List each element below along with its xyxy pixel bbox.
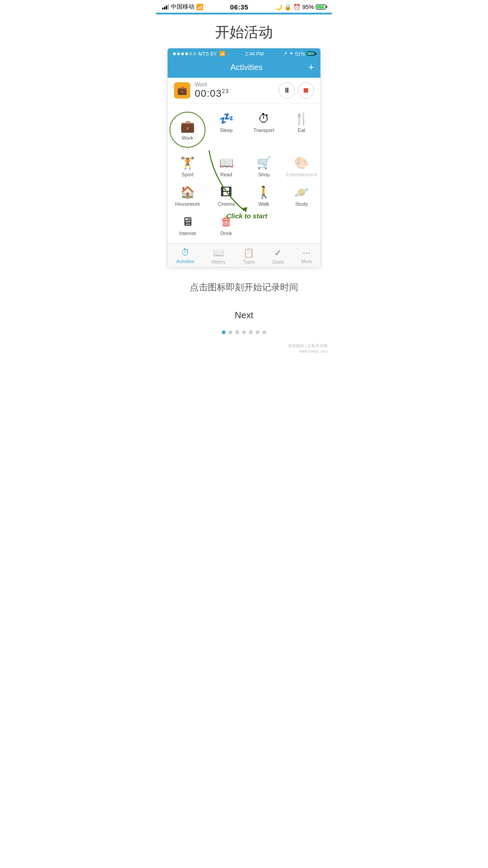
activity-item-drink[interactable]: 🗑 Drink [207, 210, 245, 240]
activity-timer: 00:0323 [195, 88, 274, 99]
dot-5 [249, 330, 253, 334]
empty-slot-1 [245, 210, 282, 240]
activity-item-eat[interactable]: 🍴 Eat [283, 107, 320, 151]
description-section: 点击图标即刻开始记录时间 [156, 268, 332, 303]
activity-item-housework[interactable]: 🏠 Housework [168, 181, 207, 210]
lock-icon: 🔒 [284, 4, 291, 10]
inner-battery-percent: 51% [295, 51, 305, 57]
dot-2 [229, 330, 232, 334]
inner-location-icon: ↗ [283, 51, 287, 57]
activity-grid: 💼 Work 💤 Sleep ⏱ Transport 🍴 Eat 🏋 S [168, 104, 320, 243]
cinema-icon: 🎞 [221, 185, 232, 199]
alarm-icon: ⏰ [293, 4, 300, 10]
inner-signal [173, 52, 196, 55]
description-text: 点击图标即刻开始记录时间 [169, 280, 319, 294]
history-nav-label: History [211, 259, 225, 264]
internet-label: Internet [179, 231, 196, 236]
app-header-title: Activities [185, 63, 308, 72]
system-time: 06:35 [230, 3, 249, 11]
more-nav-icon: ··· [303, 247, 310, 258]
pause-button[interactable]: ⏸ [279, 82, 295, 99]
activity-grid-container: 💼 Work 💤 Sleep ⏱ Transport 🍴 Eat 🏋 S [168, 104, 320, 243]
nav-more[interactable]: ··· More [301, 247, 312, 264]
inner-status-bar: MTS BY 📶 2:44 PM ↗ ✦ 51% [168, 48, 320, 58]
activity-item-internet[interactable]: 🖥 Internet [168, 210, 207, 240]
cinema-label: Cinema [218, 201, 235, 207]
current-activity-name: Work [195, 81, 274, 88]
page-title: 开始活动 [156, 14, 332, 48]
entertainment-icon: 🎨 [294, 156, 309, 170]
timer-controls: ⏸ ⏹ [279, 82, 314, 99]
watermark: 祝您愉快 | 蓝莓安卓网www.lmkjsi.com [156, 341, 332, 357]
drink-icon: 🗑 [221, 215, 232, 229]
activity-item-entertainment[interactable]: 🎨 Entertainment [283, 151, 320, 181]
status-bar: 中国移动 📶 06:35 🌙 🔒 ⏰ 95% [156, 0, 332, 13]
drink-label: Drink [221, 231, 232, 236]
housework-icon: 🏠 [180, 185, 195, 199]
stop-button[interactable]: ⏹ [298, 82, 314, 99]
next-section: Next [156, 303, 332, 326]
activity-info: Work 00:0323 [195, 81, 274, 99]
inner-carrier: MTS BY [198, 51, 217, 57]
nav-goals[interactable]: ✓ Goals [272, 247, 284, 264]
inner-bluetooth-icon: ✦ [289, 51, 293, 57]
nav-activities[interactable]: ⏱ Activities [176, 247, 194, 264]
inner-status-right: ↗ ✦ 51% [283, 51, 315, 57]
activities-nav-icon: ⏱ [181, 247, 190, 258]
empty-slot-2 [283, 210, 320, 240]
nav-types[interactable]: 📋 Types [243, 247, 255, 264]
activity-item-shop[interactable]: 🛒 Shop [245, 151, 282, 181]
transport-icon: ⏱ [258, 112, 270, 126]
wifi-icon: 📶 [196, 4, 203, 10]
activity-item-read[interactable]: 📖 Read [207, 151, 245, 181]
internet-icon: 🖥 [182, 215, 193, 229]
walk-label: Walk [258, 201, 269, 207]
entertainment-label: Entertainment [286, 172, 317, 177]
activities-nav-label: Activities [176, 259, 194, 264]
carrier-label: 中国移动 [171, 3, 194, 11]
battery-percent: 95% [302, 4, 314, 10]
dot-1 [222, 330, 225, 334]
work-label: Work [182, 135, 193, 141]
eat-label: Eat [298, 127, 305, 133]
work-icon: 💼 [180, 119, 195, 133]
activity-item-sleep[interactable]: 💤 Sleep [207, 107, 245, 151]
activity-item-walk[interactable]: 🚶 Walk [245, 181, 282, 210]
app-header: Activities + [168, 58, 320, 78]
types-nav-label: Types [243, 259, 255, 264]
study-icon: 🪐 [294, 185, 309, 199]
sleep-label: Sleep [220, 127, 233, 133]
current-activity-icon: 💼 [174, 82, 190, 99]
nav-history[interactable]: 📖 History [211, 247, 225, 264]
eat-icon: 🍴 [294, 112, 309, 126]
inner-time: 2:44 PM [245, 51, 263, 57]
work-circle: 💼 Work [169, 112, 206, 148]
shop-icon: 🛒 [257, 156, 271, 170]
history-nav-icon: 📖 [213, 247, 224, 258]
add-activity-button[interactable]: + [308, 61, 314, 73]
work-circle-border: 💼 Work [169, 112, 206, 148]
read-icon: 📖 [219, 156, 234, 170]
shop-label: Shop [258, 172, 270, 177]
page-dots [156, 326, 332, 341]
goals-nav-icon: ✓ [274, 247, 282, 258]
walk-icon: 🚶 [257, 185, 271, 199]
activity-item-sport[interactable]: 🏋 Sport [168, 151, 207, 181]
status-right: 🌙 🔒 ⏰ 95% [275, 4, 326, 10]
sleep-icon: 💤 [219, 112, 234, 126]
activity-item-study[interactable]: 🪐 Study [283, 181, 320, 210]
activity-item-work[interactable]: 💼 Work [168, 107, 207, 151]
housework-label: Housework [175, 201, 200, 207]
activity-item-transport[interactable]: ⏱ Transport [245, 107, 282, 151]
transport-label: Transport [253, 127, 275, 133]
inner-status-left: MTS BY 📶 [173, 51, 225, 57]
moon-icon: 🌙 [275, 4, 282, 10]
dot-6 [256, 330, 259, 334]
read-label: Read [221, 172, 232, 177]
bottom-nav: ⏱ Activities 📖 History 📋 Types ✓ Goals ·… [168, 243, 320, 267]
sport-label: Sport [182, 172, 193, 177]
next-button[interactable]: Next [156, 310, 332, 321]
activity-item-cinema[interactable]: 🎞 Cinema [207, 181, 245, 210]
sport-icon: 🏋 [180, 156, 195, 170]
phone-mockup: MTS BY 📶 2:44 PM ↗ ✦ 51% Activities + 💼 … [167, 48, 321, 268]
